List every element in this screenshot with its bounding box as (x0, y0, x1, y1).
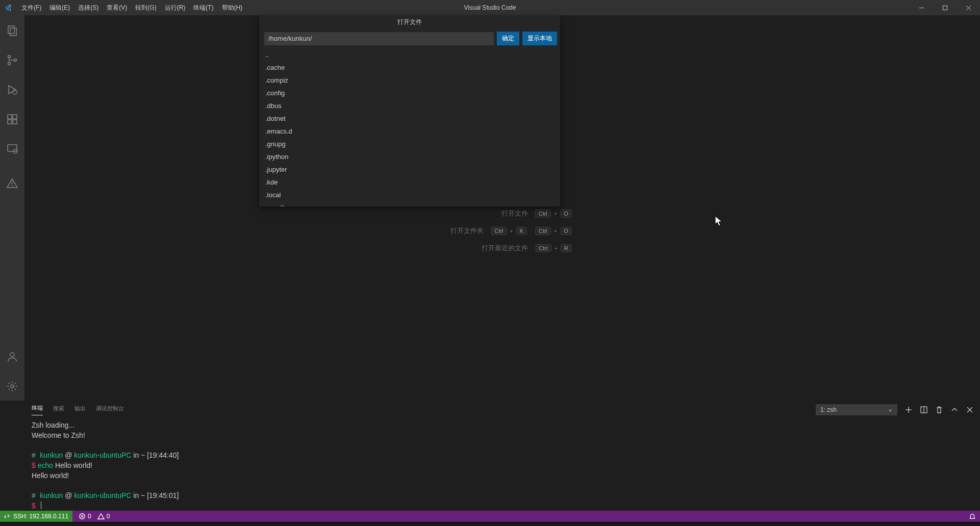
svg-rect-10 (8, 115, 12, 119)
accounts-icon[interactable] (0, 347, 24, 367)
shortcut-key: O (560, 227, 572, 235)
svg-rect-4 (8, 26, 14, 34)
svg-rect-5 (10, 28, 16, 36)
list-item[interactable]: .compiz (259, 74, 560, 87)
warnings-status[interactable]: 0 (97, 513, 110, 520)
dialog-title: 打开文件 (259, 15, 560, 29)
remote-explorer-icon[interactable] (0, 139, 24, 159)
svg-point-18 (10, 353, 14, 357)
svg-rect-14 (8, 145, 17, 151)
shortcut-key: O (560, 209, 572, 218)
notifications-icon[interactable] (969, 513, 976, 520)
watermark-label: 打开最近的文件 (477, 244, 528, 253)
menu-terminal[interactable]: 终端(T) (189, 0, 217, 15)
watermark-open-file: 打开文件 Ctrl + O (433, 209, 572, 218)
file-path-input[interactable] (264, 32, 494, 45)
watermark-open-recent: 打开最近的文件 Ctrl + R (433, 244, 572, 253)
list-item[interactable]: .. (259, 48, 560, 61)
show-local-button[interactable]: 显示本地 (522, 32, 557, 45)
bottom-panel: 终端 搜索 输出 调试控制台 1: zsh Zsh loading... Wel… (24, 401, 980, 511)
window-title: Visual Studio Code (464, 4, 516, 11)
close-panel-icon[interactable] (966, 406, 974, 414)
terminal-cursor (41, 502, 41, 509)
svg-point-8 (14, 59, 17, 62)
remote-status[interactable]: SSH: 192.168.0.111 (0, 511, 72, 522)
terminal-line: Welcome to Zsh! (32, 431, 85, 439)
watermark-label: 打开文件夹 (433, 226, 484, 235)
list-item[interactable]: .gnupg (259, 138, 560, 150)
menu-bar: 文件(F) 编辑(E) 选择(S) 查看(V) 转到(G) 运行(R) 终端(T… (17, 0, 246, 15)
list-item[interactable]: .mozilla (259, 201, 560, 206)
file-list: .. .cache .compiz .config .dbus .dotnet … (259, 48, 560, 206)
list-item[interactable]: .kde (259, 176, 560, 189)
window-controls (910, 0, 980, 15)
svg-rect-12 (8, 120, 12, 124)
shortcut-key: Ctrl (535, 227, 551, 235)
svg-point-17 (12, 186, 13, 187)
vscode-icon (0, 4, 17, 12)
svg-point-9 (13, 90, 17, 94)
svg-point-19 (11, 385, 14, 388)
list-item[interactable]: .dbus (259, 99, 560, 112)
tab-search[interactable]: 搜索 (53, 405, 64, 415)
terminal-line: Zsh loading... (32, 421, 74, 429)
split-terminal-icon[interactable] (920, 406, 928, 414)
editor-watermark: 打开文件 Ctrl + O 打开文件夹 Ctrl + K Ctrl + O (433, 209, 572, 261)
list-item[interactable]: .jupyter (259, 163, 560, 176)
menu-selection[interactable]: 选择(S) (74, 0, 103, 15)
new-terminal-icon[interactable] (904, 406, 913, 414)
kill-terminal-icon[interactable] (935, 406, 943, 414)
editor-area: 打开文件 Ctrl + O 打开文件夹 Ctrl + K Ctrl + O (24, 15, 980, 401)
explorer-icon[interactable] (0, 20, 24, 41)
run-debug-icon[interactable] (0, 80, 24, 100)
list-item[interactable]: .emacs.d (259, 125, 560, 138)
terminal-selector[interactable]: 1: zsh (816, 404, 897, 415)
svg-rect-13 (13, 120, 17, 124)
menu-view[interactable]: 查看(V) (103, 0, 131, 15)
source-control-icon[interactable] (0, 50, 24, 70)
menu-edit[interactable]: 编辑(E) (45, 0, 74, 15)
minimize-button[interactable] (910, 0, 933, 15)
terminal-output[interactable]: Zsh loading... Welcome to Zsh! # kunkun … (24, 418, 980, 511)
maximize-button[interactable] (933, 0, 957, 15)
svg-point-6 (8, 56, 11, 58)
svg-point-7 (8, 63, 11, 65)
watermark-label: 打开文件 (477, 209, 528, 218)
menu-run[interactable]: 运行(R) (161, 0, 190, 15)
ok-button[interactable]: 确定 (497, 32, 519, 45)
tab-terminal[interactable]: 终端 (32, 404, 43, 415)
close-button[interactable] (957, 0, 980, 15)
list-item[interactable]: .ipython (259, 150, 560, 163)
menu-go[interactable]: 转到(G) (131, 0, 160, 15)
extensions-icon[interactable] (0, 109, 24, 129)
shortcut-key: R (561, 244, 572, 252)
watermark-open-folder: 打开文件夹 Ctrl + K Ctrl + O (433, 226, 572, 235)
settings-gear-icon[interactable] (0, 376, 24, 397)
svg-rect-11 (13, 115, 17, 119)
maximize-panel-icon[interactable] (950, 406, 959, 414)
shortcut-key: Ctrl (535, 209, 551, 218)
list-item[interactable]: .cache (259, 61, 560, 74)
terminal-line: Hello world! (32, 471, 69, 480)
shortcut-key: Ctrl (535, 244, 551, 252)
activity-bar (0, 15, 24, 401)
panel-tabs: 终端 搜索 输出 调试控制台 1: zsh (24, 401, 980, 418)
shortcut-key: Ctrl (491, 227, 507, 235)
menu-help[interactable]: 帮助(H) (218, 0, 247, 15)
list-item[interactable]: .config (259, 87, 560, 99)
list-item[interactable]: .local (259, 189, 560, 201)
open-file-dialog: 打开文件 确定 显示本地 .. .cache .compiz .config .… (259, 15, 560, 206)
shortcut-key: K (516, 227, 527, 235)
title-bar: 文件(F) 编辑(E) 选择(S) 查看(V) 转到(G) 运行(R) 终端(T… (0, 0, 980, 15)
os-taskbar (0, 522, 980, 526)
errors-status[interactable]: 0 (79, 513, 91, 520)
status-bar: SSH: 192.168.0.111 0 0 (0, 511, 980, 522)
svg-rect-1 (943, 6, 947, 10)
tab-output[interactable]: 输出 (74, 405, 86, 415)
tab-debug-console[interactable]: 调试控制台 (96, 405, 124, 415)
warning-icon[interactable] (0, 173, 24, 194)
list-item[interactable]: .dotnet (259, 112, 560, 125)
menu-file[interactable]: 文件(F) (17, 0, 45, 15)
